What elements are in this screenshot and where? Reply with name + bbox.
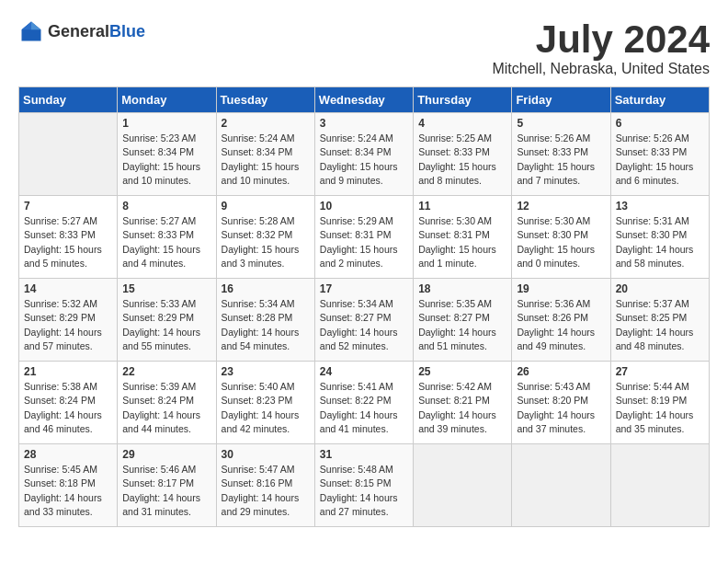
weekday-friday: Friday: [512, 87, 610, 113]
cell-content: Sunrise: 5:41 AMSunset: 8:22 PMDaylight:…: [320, 380, 408, 436]
day-number: 3: [320, 117, 408, 130]
weekday-wednesday: Wednesday: [314, 87, 413, 113]
day-number: 4: [418, 117, 506, 130]
cell-content: Sunrise: 5:33 AMSunset: 8:29 PMDaylight:…: [122, 297, 210, 353]
calendar-cell: 9Sunrise: 5:28 AMSunset: 8:32 PMDaylight…: [216, 196, 314, 279]
calendar-cell: 3Sunrise: 5:24 AMSunset: 8:34 PMDaylight…: [314, 113, 413, 196]
cell-content: Sunrise: 5:28 AMSunset: 8:32 PMDaylight:…: [222, 214, 310, 270]
calendar-cell: 17Sunrise: 5:34 AMSunset: 8:27 PMDayligh…: [314, 279, 413, 362]
calendar-cell: 28Sunrise: 5:45 AMSunset: 8:18 PMDayligh…: [19, 444, 118, 527]
day-number: 27: [616, 365, 704, 378]
day-number: 17: [320, 282, 408, 295]
calendar-cell: 16Sunrise: 5:34 AMSunset: 8:28 PMDayligh…: [216, 279, 314, 362]
weekday-saturday: Saturday: [610, 87, 709, 113]
cell-content: Sunrise: 5:25 AMSunset: 8:33 PMDaylight:…: [418, 132, 506, 188]
cell-content: Sunrise: 5:47 AMSunset: 8:16 PMDaylight:…: [222, 463, 310, 519]
day-number: 24: [320, 365, 408, 378]
title-block: July 2024 Mitchell, Nebraska, United Sta…: [492, 18, 710, 77]
day-number: 21: [24, 365, 112, 378]
weekday-sunday: Sunday: [19, 87, 118, 113]
day-number: 10: [320, 200, 408, 213]
calendar-cell: 15Sunrise: 5:33 AMSunset: 8:29 PMDayligh…: [118, 279, 216, 362]
calendar-cell: 11Sunrise: 5:30 AMSunset: 8:31 PMDayligh…: [414, 196, 512, 279]
calendar-cell: 7Sunrise: 5:27 AMSunset: 8:33 PMDaylight…: [19, 196, 118, 279]
cell-content: Sunrise: 5:40 AMSunset: 8:23 PMDaylight:…: [222, 380, 310, 436]
day-number: 6: [616, 117, 704, 130]
calendar-cell: 27Sunrise: 5:44 AMSunset: 8:19 PMDayligh…: [610, 362, 709, 444]
day-number: 13: [616, 200, 704, 213]
cell-content: Sunrise: 5:42 AMSunset: 8:21 PMDaylight:…: [418, 380, 506, 436]
weekday-tuesday: Tuesday: [216, 87, 314, 113]
cell-content: Sunrise: 5:26 AMSunset: 8:33 PMDaylight:…: [616, 132, 704, 188]
cell-content: Sunrise: 5:29 AMSunset: 8:31 PMDaylight:…: [320, 214, 408, 270]
calendar-week-row: 28Sunrise: 5:45 AMSunset: 8:18 PMDayligh…: [19, 444, 710, 527]
day-number: 20: [616, 282, 704, 295]
day-number: 23: [222, 365, 310, 378]
day-number: 19: [517, 282, 605, 295]
day-number: 7: [24, 200, 112, 213]
weekday-header-row: SundayMondayTuesdayWednesdayThursdayFrid…: [19, 87, 710, 113]
calendar-cell: 13Sunrise: 5:31 AMSunset: 8:30 PMDayligh…: [610, 196, 709, 279]
cell-content: Sunrise: 5:24 AMSunset: 8:34 PMDaylight:…: [222, 132, 310, 188]
calendar-cell: [512, 444, 610, 527]
cell-content: Sunrise: 5:30 AMSunset: 8:31 PMDaylight:…: [418, 214, 506, 270]
calendar-header: SundayMondayTuesdayWednesdayThursdayFrid…: [19, 87, 710, 113]
logo-general: General: [48, 22, 109, 40]
cell-content: Sunrise: 5:48 AMSunset: 8:15 PMDaylight:…: [320, 463, 408, 519]
calendar-cell: [19, 113, 118, 196]
calendar-cell: 18Sunrise: 5:35 AMSunset: 8:27 PMDayligh…: [414, 279, 512, 362]
day-number: 9: [222, 200, 310, 213]
day-number: 15: [122, 282, 210, 295]
day-number: 1: [122, 117, 210, 130]
calendar-cell: 1Sunrise: 5:23 AMSunset: 8:34 PMDaylight…: [118, 113, 216, 196]
calendar-cell: 23Sunrise: 5:40 AMSunset: 8:23 PMDayligh…: [216, 362, 314, 444]
cell-content: Sunrise: 5:34 AMSunset: 8:28 PMDaylight:…: [222, 297, 310, 353]
page-header: GeneralBlue July 2024 Mitchell, Nebraska…: [18, 18, 710, 77]
weekday-thursday: Thursday: [414, 87, 512, 113]
calendar-cell: 24Sunrise: 5:41 AMSunset: 8:22 PMDayligh…: [314, 362, 413, 444]
day-number: 29: [122, 448, 210, 461]
location-title: Mitchell, Nebraska, United States: [492, 61, 710, 77]
day-number: 14: [24, 282, 112, 295]
calendar-cell: 5Sunrise: 5:26 AMSunset: 8:33 PMDaylight…: [512, 113, 610, 196]
cell-content: Sunrise: 5:26 AMSunset: 8:33 PMDaylight:…: [517, 132, 605, 188]
cell-content: Sunrise: 5:34 AMSunset: 8:27 PMDaylight:…: [320, 297, 408, 353]
calendar-cell: 25Sunrise: 5:42 AMSunset: 8:21 PMDayligh…: [414, 362, 512, 444]
calendar-cell: 10Sunrise: 5:29 AMSunset: 8:31 PMDayligh…: [314, 196, 413, 279]
calendar-cell: 20Sunrise: 5:37 AMSunset: 8:25 PMDayligh…: [610, 279, 709, 362]
calendar-cell: [610, 444, 709, 527]
logo-blue: Blue: [109, 22, 145, 40]
calendar-cell: 12Sunrise: 5:30 AMSunset: 8:30 PMDayligh…: [512, 196, 610, 279]
calendar-table: SundayMondayTuesdayWednesdayThursdayFrid…: [18, 86, 710, 527]
calendar-cell: 6Sunrise: 5:26 AMSunset: 8:33 PMDaylight…: [610, 113, 709, 196]
calendar-cell: 19Sunrise: 5:36 AMSunset: 8:26 PMDayligh…: [512, 279, 610, 362]
weekday-monday: Monday: [118, 87, 216, 113]
day-number: 30: [222, 448, 310, 461]
cell-content: Sunrise: 5:46 AMSunset: 8:17 PMDaylight:…: [122, 463, 210, 519]
cell-content: Sunrise: 5:31 AMSunset: 8:30 PMDaylight:…: [616, 214, 704, 270]
cell-content: Sunrise: 5:27 AMSunset: 8:33 PMDaylight:…: [24, 214, 112, 270]
cell-content: Sunrise: 5:24 AMSunset: 8:34 PMDaylight:…: [320, 132, 408, 188]
calendar-week-row: 7Sunrise: 5:27 AMSunset: 8:33 PMDaylight…: [19, 196, 710, 279]
day-number: 26: [517, 365, 605, 378]
calendar-week-row: 1Sunrise: 5:23 AMSunset: 8:34 PMDaylight…: [19, 113, 710, 196]
calendar-cell: 4Sunrise: 5:25 AMSunset: 8:33 PMDaylight…: [414, 113, 512, 196]
cell-content: Sunrise: 5:30 AMSunset: 8:30 PMDaylight:…: [517, 214, 605, 270]
month-title: July 2024: [492, 18, 710, 61]
cell-content: Sunrise: 5:45 AMSunset: 8:18 PMDaylight:…: [24, 463, 112, 519]
day-number: 11: [418, 200, 506, 213]
calendar-cell: 22Sunrise: 5:39 AMSunset: 8:24 PMDayligh…: [118, 362, 216, 444]
cell-content: Sunrise: 5:43 AMSunset: 8:20 PMDaylight:…: [517, 380, 605, 436]
day-number: 25: [418, 365, 506, 378]
calendar-cell: [414, 444, 512, 527]
calendar-cell: 30Sunrise: 5:47 AMSunset: 8:16 PMDayligh…: [216, 444, 314, 527]
cell-content: Sunrise: 5:39 AMSunset: 8:24 PMDaylight:…: [122, 380, 210, 436]
calendar-cell: 26Sunrise: 5:43 AMSunset: 8:20 PMDayligh…: [512, 362, 610, 444]
day-number: 31: [320, 448, 408, 461]
calendar-cell: 8Sunrise: 5:27 AMSunset: 8:33 PMDaylight…: [118, 196, 216, 279]
cell-content: Sunrise: 5:35 AMSunset: 8:27 PMDaylight:…: [418, 297, 506, 353]
calendar-body: 1Sunrise: 5:23 AMSunset: 8:34 PMDaylight…: [19, 113, 710, 527]
cell-content: Sunrise: 5:23 AMSunset: 8:34 PMDaylight:…: [122, 132, 210, 188]
day-number: 18: [418, 282, 506, 295]
cell-content: Sunrise: 5:44 AMSunset: 8:19 PMDaylight:…: [616, 380, 704, 436]
